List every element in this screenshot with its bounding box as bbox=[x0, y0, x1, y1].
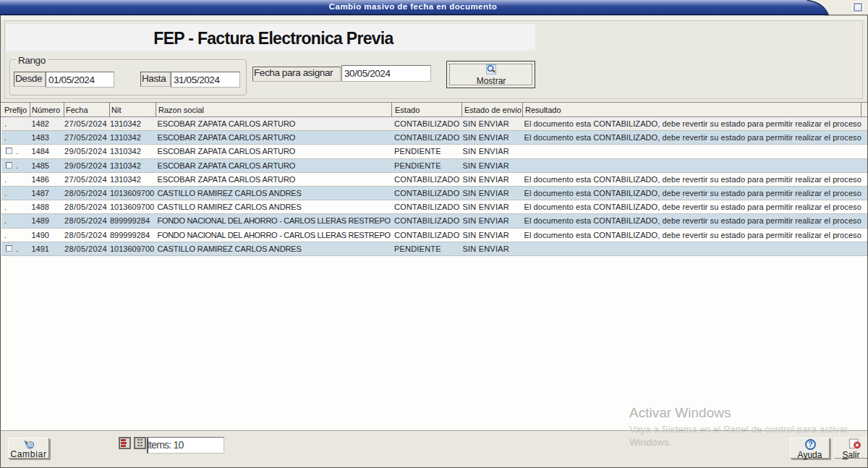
svg-text:?: ? bbox=[808, 441, 812, 448]
